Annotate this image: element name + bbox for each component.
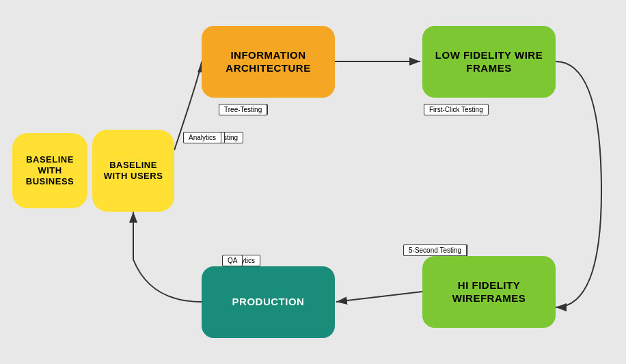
tag-analytics-bu: Analytics xyxy=(183,132,221,143)
production-label: PRODUCTION xyxy=(232,296,305,309)
tag-first-click-lf: First-Click Testing xyxy=(424,104,489,115)
node-info-arch: INFORMATION ARCHITECTURE xyxy=(202,26,335,98)
hi-fidelity-label: HI FIDELITY WIREFRAMES xyxy=(452,279,526,305)
node-hi-fidelity: HI FIDELITY WIREFRAMES xyxy=(422,256,556,328)
tag-qa: QA xyxy=(222,255,243,266)
info-arch-label: INFORMATION ARCHITECTURE xyxy=(226,49,310,75)
node-baseline-users: BASELINE WITH USERS xyxy=(92,130,174,212)
baseline-users-label: BASELINE WITH USERS xyxy=(104,160,163,182)
tag-5-second: 5-Second Testing xyxy=(403,244,467,256)
baseline-business-label: BASELINE WITH BUSINESS xyxy=(26,154,74,188)
node-low-fidelity: LOW FIDELITY WIRE FRAMES xyxy=(422,26,556,98)
tag-tree-testing: Tree-Testing xyxy=(219,104,267,115)
svg-line-3 xyxy=(336,292,422,302)
diagram-container: BASELINE WITH BUSINESS BASELINE WITH USE… xyxy=(0,0,626,364)
node-production: PRODUCTION xyxy=(202,266,335,338)
low-fidelity-label: LOW FIDELITY WIRE FRAMES xyxy=(435,49,543,75)
node-baseline-business: BASELINE WITH BUSINESS xyxy=(12,133,87,208)
